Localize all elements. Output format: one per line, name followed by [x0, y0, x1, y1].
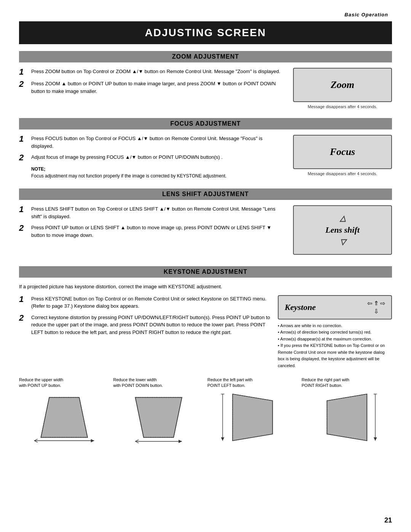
focus-content: 1 Press FOCUS button on Top Control or F…: [19, 135, 392, 179]
page-number: 21: [384, 516, 392, 524]
diagram-labels-row: Reduce the upper widthwith POINT UP butt…: [19, 377, 392, 389]
zoom-step-2-number: 2: [19, 80, 27, 88]
focus-text: 1 Press FOCUS button on Top Control or F…: [19, 135, 285, 179]
svg-marker-12: [233, 394, 272, 441]
focus-display-caption: Message disappears after 4 seconds.: [293, 171, 392, 176]
diagram-1-svg: [19, 391, 110, 444]
focus-step-1-text: Press FOCUS button on Top Control or FOC…: [31, 135, 285, 150]
keystone-note-4: If you press the KEYSTONE button on Top …: [278, 342, 392, 369]
keystone-section: Keystone Adjustment If a projected pictu…: [19, 266, 392, 444]
focus-display-box: Focus: [293, 135, 392, 169]
keystone-arrow-right-icon: ⇨: [380, 300, 385, 307]
lens-shift-display-box: △ Lens shift ▽: [293, 205, 392, 255]
lens-shift-section: Lens Shift Adjustment 1 Press LENS SHIFT…: [19, 189, 392, 257]
svg-marker-9: [178, 440, 182, 443]
lens-shift-arrow-down: ▽: [340, 237, 346, 246]
zoom-step-1-number: 1: [19, 68, 27, 76]
lens-shift-step-2-number: 2: [19, 224, 27, 232]
focus-section: Focus Adjustment 1 Press FOCUS button on…: [19, 118, 392, 179]
focus-note: NOTE; Focus adjustment may not function …: [31, 166, 285, 179]
keystone-display-label: Keystone: [285, 302, 316, 312]
svg-marker-20: [373, 438, 377, 441]
zoom-display-caption: Message disappears after 4 seconds.: [293, 104, 392, 109]
keystone-notes: Arrows are white in no correction. Arrow…: [278, 323, 392, 369]
keystone-step-2-number: 2: [19, 314, 27, 322]
keystone-note-2: Arrow(s) of direction being corrected tu…: [278, 329, 392, 336]
keystone-step-1-text: Press KEYSTONE button on Top Control or …: [31, 295, 270, 310]
zoom-step-1: 1 Press ZOOM button on Top Control or ZO…: [19, 68, 285, 76]
lens-shift-content: 1 Press LENS SHIFT button on Top Control…: [19, 205, 392, 257]
zoom-section: Zoom Adjustment 1 Press ZOOM button on T…: [19, 51, 392, 109]
focus-step-2-number: 2: [19, 153, 27, 162]
focus-display-text: Focus: [330, 146, 355, 158]
lens-shift-step-1-text: Press LENS SHIFT button on Top Control o…: [31, 205, 285, 220]
keystone-arrow-down-icon: ⇩: [374, 308, 379, 315]
keystone-step-2: 2 Correct keystone distortion by pressin…: [19, 314, 270, 336]
keystone-arrow-left-icon: ⇦: [367, 300, 372, 307]
diagrams-row: [19, 391, 392, 444]
diagram-2: [113, 391, 204, 444]
diagram-2-svg: [113, 391, 204, 444]
keystone-right: Keystone ⇦ ⇑ ⇨ ⇩: [278, 295, 392, 369]
zoom-image-area: Zoom Message disappears after 4 seconds.: [293, 68, 392, 109]
lens-shift-arrow-up: △: [340, 214, 346, 223]
svg-marker-3: [91, 439, 94, 443]
diagram-label-4: Reduce the right part withPOINT RIGHT bu…: [302, 377, 392, 389]
zoom-header: Zoom Adjustment: [19, 51, 392, 62]
zoom-display-text: Zoom: [331, 79, 354, 91]
focus-note-text: Focus adjustment may not function proper…: [31, 173, 226, 179]
keystone-intro: If a projected picture has keystone dist…: [19, 283, 392, 291]
diagram-4: [302, 391, 392, 444]
zoom-text: 1 Press ZOOM button on Top Control or ZO…: [19, 68, 285, 99]
diagram-label-3: Reduce the left part withPOINT LEFT butt…: [207, 377, 298, 389]
lens-shift-header: Lens Shift Adjustment: [19, 189, 392, 200]
lens-shift-step-2: 2 Press POINT UP button or LENS SHIFT ▲ …: [19, 224, 285, 239]
keystone-step-1-number: 1: [19, 295, 27, 304]
diagram-label-2: Reduce the lower widthwith POINT DOWN bu…: [113, 377, 204, 389]
focus-image-area: Focus Message disappears after 4 seconds…: [293, 135, 392, 176]
zoom-display-box: Zoom: [293, 68, 392, 102]
top-header: Basic Operation: [19, 11, 392, 18]
lens-shift-image-area: △ Lens shift ▽: [293, 205, 392, 257]
lens-shift-step-1-number: 1: [19, 205, 27, 214]
page-title: Adjusting Screen: [19, 27, 392, 39]
diagram-4-svg: [302, 391, 392, 444]
diagram-label-1: Reduce the upper widthwith POINT UP butt…: [19, 377, 110, 389]
lens-shift-text: 1 Press LENS SHIFT button on Top Control…: [19, 205, 285, 243]
svg-marker-15: [221, 438, 225, 441]
lens-shift-step-2-text: Press POINT UP button or LENS SHIFT ▲ bu…: [31, 224, 285, 239]
diagram-3: [207, 391, 298, 444]
keystone-note-1: Arrows are white in no correction.: [278, 323, 392, 329]
lens-shift-step-1: 1 Press LENS SHIFT button on Top Control…: [19, 205, 285, 220]
diagram-3-svg: [207, 391, 298, 444]
main-title-bar: Adjusting Screen: [19, 21, 392, 44]
zoom-step-2: 2 Press ZOOM ▲ button or POINT UP button…: [19, 80, 285, 95]
keystone-left: 1 Press KEYSTONE button on Top Control o…: [19, 295, 270, 369]
diagrams-section: Reduce the upper widthwith POINT UP butt…: [19, 377, 392, 444]
keystone-note-3: Arrow(s) disappear(s) at the maximum cor…: [278, 336, 392, 343]
focus-step-2: 2 Adjust focus of image by pressing FOCU…: [19, 153, 285, 162]
keystone-content: 1 Press KEYSTONE button on Top Control o…: [19, 295, 392, 369]
keystone-header: Keystone Adjustment: [19, 266, 392, 278]
lens-shift-display-text: Lens shift: [325, 225, 360, 235]
diagram-1: [19, 391, 110, 444]
zoom-content: 1 Press ZOOM button on Top Control or ZO…: [19, 68, 392, 109]
keystone-step-1: 1 Press KEYSTONE button on Top Control o…: [19, 295, 270, 310]
svg-marker-17: [327, 394, 367, 441]
focus-note-label: NOTE;: [31, 166, 45, 172]
focus-step-2-text: Adjust focus of image by pressing FOCUS …: [31, 153, 223, 161]
page-container: Basic Operation Adjusting Screen Zoom Ad…: [0, 0, 411, 532]
focus-step-1-number: 1: [19, 135, 27, 143]
keystone-arrow-up-icon: ⇑: [374, 300, 379, 307]
keystone-step-2-text: Correct keystone distortion by pressing …: [31, 314, 270, 336]
section-label: Basic Operation: [344, 12, 388, 18]
focus-step-1: 1 Press FOCUS button on Top Control or F…: [19, 135, 285, 150]
zoom-step-1-text: Press ZOOM button on Top Control or ZOOM…: [31, 68, 280, 75]
keystone-display-box: Keystone ⇦ ⇑ ⇨ ⇩: [278, 295, 392, 320]
zoom-step-2-text: Press ZOOM ▲ button or POINT UP button t…: [31, 80, 285, 95]
focus-header: Focus Adjustment: [19, 118, 392, 129]
